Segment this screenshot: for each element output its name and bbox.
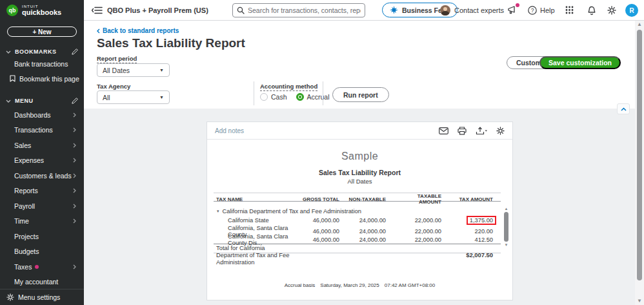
global-search[interactable] [232,3,365,17]
help-button[interactable]: ? Help [528,0,555,21]
app-window: qb INTUIT quickbooks QBO Plus + Payroll … [0,0,644,305]
collapse-triangle-icon[interactable]: ▾ [217,209,219,214]
bookmarks-header-label: BOOKMARKS [15,48,68,55]
sidebar-item-taxes[interactable]: Taxes [0,259,84,275]
settings-gear-icon[interactable] [607,6,616,15]
svg-text:?: ? [531,7,534,14]
sidebar-item-payroll[interactable]: Payroll [0,198,84,214]
back-to-standard-reports-link[interactable]: Back to standard reports [97,27,179,34]
page-title: Sales Tax Liability Report [97,36,245,50]
radio-unselected-icon [260,93,268,101]
quickbooks-logo[interactable]: qb INTUIT quickbooks [0,0,84,21]
notification-dot [516,3,519,7]
tax-agency-select[interactable]: All ▼ [97,90,170,104]
sidebar-item-time[interactable]: Time [0,214,84,229]
chevron-right-icon [73,112,76,118]
scroll-up-icon[interactable]: ▲ [505,207,508,211]
report-date: Saturday, March 29, 2025 [320,282,379,288]
report-time: 07:42 AM GMT+08:00 [385,282,436,288]
save-customization-button[interactable]: Save customization [539,56,621,69]
table-row[interactable]: California, Santa Clara County Dis... 46… [214,233,501,242]
sidebar-item-projects[interactable]: Projects [0,229,84,244]
menu-section-header[interactable]: MENU [0,96,84,105]
menu-settings-button[interactable]: Menu settings [0,289,84,305]
expert-avatar [440,5,450,16]
report-period-select[interactable]: All Dates ▼ [97,63,170,77]
run-report-button[interactable]: Run report [332,87,389,102]
menu-header-label: MENU [15,98,68,104]
apps-grid-icon[interactable] [565,6,574,14]
question-icon: ? [528,6,537,15]
sidebar-item-my-accountant[interactable]: My accountant [0,275,84,290]
chevron-right-icon [73,204,76,209]
search-input[interactable] [248,6,361,14]
sidebar-item-sales[interactable]: Sales [0,138,84,153]
report-header-panel: Back to standard reports Sales Tax Liabi… [84,21,635,109]
contact-experts-button[interactable]: Contact experts [440,0,504,21]
table-row[interactable]: California, Santa Clara County 46,000.00… [214,225,501,234]
highlighted-cell: 1,375.00 [449,216,501,225]
chevron-left-icon [97,28,100,34]
chevron-up-icon [621,107,627,111]
chevron-right-icon [73,173,76,178]
notifications-bell-icon[interactable] [587,6,596,16]
report-title: Sales Tax Liability Report [207,169,512,176]
print-icon[interactable] [458,127,467,135]
page-scrollbar-thumb[interactable] [637,30,642,280]
main-content: Back to standard reports Sales Tax Liabi… [84,21,635,305]
cash-radio[interactable]: Cash [260,93,287,101]
logo-quickbooks-text: quickbooks [22,9,61,16]
report-card: Add notes Sample Sales Tax Liability Rep… [206,121,513,300]
sidebar-item-dashboards[interactable]: Dashboards [0,107,84,123]
table-group-row[interactable]: ▾ California Department of Tax and Fee A… [214,207,501,216]
chevron-right-icon [73,264,76,269]
sparkle-icon [390,6,398,14]
radio-selected-icon [296,93,304,101]
sidebar-collapse-icon[interactable] [92,6,103,14]
col-taxable-amount: TAXABLE AMOUNT [394,193,449,205]
sidebar-item-expenses[interactable]: Expenses [0,153,84,169]
report-subtitle: All Dates [207,178,512,185]
sidebar-item-customers-leads[interactable]: Customers & leads [0,168,84,184]
accrual-radio[interactable]: Accrual [296,93,330,101]
scrollbar-thumb[interactable] [504,212,508,242]
sidebar-item-transactions[interactable]: Transactions [0,123,84,138]
col-gross-total: GROSS TOTAL [290,196,347,202]
company-name: QBO Plus + Payroll Prem (US) [107,0,208,21]
sidebar-item-bank-transactions[interactable]: Bank transactions [0,56,84,71]
chevron-down-icon: ▼ [159,95,164,100]
scroll-down-icon[interactable]: ▼ [505,243,508,247]
bookmark-this-page[interactable]: Bookmark this page [0,71,84,86]
add-notes-link[interactable]: Add notes [215,127,244,134]
search-icon [237,6,245,14]
page-scrollbar[interactable]: ▲ ▼ [635,21,644,305]
accounting-method-label: Accounting method [260,83,317,91]
top-navbar: qb INTUIT quickbooks QBO Plus + Payroll … [0,0,644,21]
scroll-down-icon[interactable]: ▼ [637,297,642,305]
new-button[interactable]: + New [7,26,77,37]
chevron-right-icon [73,127,76,132]
edit-pencil-icon[interactable] [72,48,78,55]
bookmark-this-page-label: Bookmark this page [19,75,79,83]
sidebar-item-budgets[interactable]: Budgets [0,244,84,260]
report-toolbar: Add notes [207,122,512,140]
sidebar-item-reports[interactable]: Reports [0,184,84,199]
table-scrollbar[interactable]: ▲ ▼ [503,207,509,247]
collapse-header-button[interactable] [617,103,630,114]
chevron-right-icon [73,158,76,163]
table-header-row: TAX NAME GROSS TOTAL NON-TAXABLE TAXABLE… [214,193,501,202]
taxes-badge [35,265,39,269]
bookmarks-section-header[interactable]: BOOKMARKS [0,47,84,56]
announcements-icon[interactable] [507,5,518,15]
table-total-row: Total for California Department of Tax a… [214,244,501,253]
table-row[interactable]: California State 46,000.00 24,000.00 22,… [214,216,501,225]
edit-pencil-icon[interactable] [72,98,78,104]
user-avatar[interactable]: R [625,4,638,17]
email-icon[interactable] [439,127,448,134]
report-period-label: Report period [97,55,137,63]
scroll-up-icon[interactable]: ▲ [637,21,642,28]
chevron-right-icon [73,143,76,148]
report-settings-gear-icon[interactable] [496,127,505,135]
export-icon[interactable] [476,127,487,135]
help-label: Help [540,6,555,14]
